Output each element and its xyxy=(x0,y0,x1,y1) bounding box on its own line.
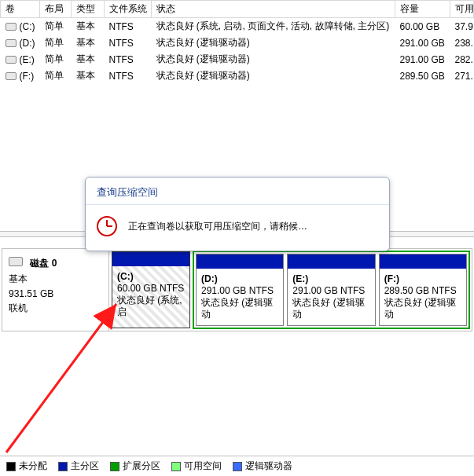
col-volume[interactable]: 卷 xyxy=(1,1,40,18)
legend-extended: 扩展分区 xyxy=(110,460,160,473)
table-row[interactable]: (D:)简单基本NTFS状态良好 (逻辑驱动器)291.00 GB238. xyxy=(1,35,474,51)
disk-type: 基本 xyxy=(9,273,101,286)
volume-layout: 简单 xyxy=(40,68,72,84)
volume-layout: 简单 xyxy=(40,35,72,51)
col-free[interactable]: 可用 xyxy=(450,1,474,18)
legend-logical: 逻辑驱动器 xyxy=(233,460,292,473)
volume-free: 37.9 xyxy=(450,18,474,35)
partition-status: 状态良好 (逻辑驱动 xyxy=(201,297,273,320)
dialog-title: 查询压缩空间 xyxy=(86,178,389,205)
table-row[interactable]: (C:)简单基本NTFS状态良好 (系统, 启动, 页面文件, 活动, 故障转储… xyxy=(1,18,474,35)
partition-label: (D:) xyxy=(201,273,218,284)
partition-label: (F:) xyxy=(384,273,399,284)
volume-type: 基本 xyxy=(72,51,105,68)
volume-icon xyxy=(6,72,17,80)
volume-fs: NTFS xyxy=(105,18,152,35)
disk-state: 联机 xyxy=(9,302,101,315)
table-row[interactable]: (F:)简单基本NTFS状态良好 (逻辑驱动器)289.50 GB271. xyxy=(1,68,474,84)
volume-capacity: 60.00 GB xyxy=(395,18,450,35)
partition-label: (C:) xyxy=(117,271,134,282)
volume-status: 状态良好 (逻辑驱动器) xyxy=(152,68,395,84)
partition-size: 291.00 GB NTFS xyxy=(292,285,365,296)
legend-free: 可用空间 xyxy=(171,460,222,473)
clock-icon xyxy=(97,216,117,236)
partition-e[interactable]: (E:) 291.00 GB NTFS 状态良好 (逻辑驱动 xyxy=(287,254,375,326)
legend-primary: 主分区 xyxy=(58,460,99,473)
partition-status: 状态良好 (逻辑驱动 xyxy=(292,297,364,320)
volume-capacity: 291.00 GB xyxy=(395,35,450,51)
partition-status: 状态良好 (系统, 启 xyxy=(117,295,182,317)
disk-name: 磁盘 0 xyxy=(30,258,57,269)
volume-drive: (D:) xyxy=(20,38,35,49)
dialog-message: 正在查询卷以获取可用压缩空间，请稍候… xyxy=(128,220,307,233)
volume-layout: 简单 xyxy=(40,51,72,68)
volume-type: 基本 xyxy=(72,18,105,35)
volume-list[interactable]: 卷 布局 类型 文件系统 状态 容量 可用 (C:)简单基本NTFS状态良好 (… xyxy=(0,0,474,84)
volume-free: 238. xyxy=(450,35,474,51)
table-row[interactable]: (E:)简单基本NTFS状态良好 (逻辑驱动器)291.00 GB282. xyxy=(1,51,474,68)
volume-icon xyxy=(6,39,17,47)
legend-unallocated: 未分配 xyxy=(6,460,47,473)
disk-info[interactable]: 磁盘 0 基本 931.51 GB 联机 xyxy=(2,249,109,331)
volume-icon xyxy=(6,23,17,31)
partition-label: (E:) xyxy=(292,273,308,284)
volume-fs: NTFS xyxy=(105,51,152,68)
extended-partition: (D:) 291.00 GB NTFS 状态良好 (逻辑驱动 (E:) 291.… xyxy=(193,251,470,329)
volume-type: 基本 xyxy=(72,35,105,51)
partition-header xyxy=(288,254,374,269)
volume-drive: (F:) xyxy=(20,71,35,82)
volume-list-header-row: 卷 布局 类型 文件系统 状态 容量 可用 xyxy=(1,1,474,18)
col-layout[interactable]: 布局 xyxy=(40,1,72,18)
volume-fs: NTFS xyxy=(105,35,152,51)
legend: 未分配 主分区 扩展分区 可用空间 逻辑驱动器 xyxy=(0,456,474,476)
volume-capacity: 289.50 GB xyxy=(395,68,450,84)
partition-header xyxy=(197,254,283,269)
volume-status: 状态良好 (逻辑驱动器) xyxy=(152,51,395,68)
volume-free: 271. xyxy=(450,68,474,84)
volume-free: 282. xyxy=(450,51,474,68)
partition-size: 291.00 GB NTFS xyxy=(201,285,274,296)
partition-f[interactable]: (F:) 289.50 GB NTFS 状态良好 (逻辑驱动 xyxy=(379,254,467,326)
partition-size: 60.00 GB NTFS xyxy=(117,283,184,294)
volume-capacity: 291.00 GB xyxy=(395,51,450,68)
disk-map: 磁盘 0 基本 931.51 GB 联机 (C:) 60.00 GB NTFS … xyxy=(2,248,472,331)
volume-drive: (C:) xyxy=(20,21,35,32)
partition-header xyxy=(380,254,466,269)
partition-c[interactable]: (C:) 60.00 GB NTFS 状态良好 (系统, 启 xyxy=(112,251,190,328)
volume-layout: 简单 xyxy=(40,18,72,35)
col-status[interactable]: 状态 xyxy=(152,1,395,18)
volume-status: 状态良好 (系统, 启动, 页面文件, 活动, 故障转储, 主分区) xyxy=(152,18,395,35)
volume-type: 基本 xyxy=(72,68,105,84)
col-fs[interactable]: 文件系统 xyxy=(105,1,152,18)
volume-icon xyxy=(6,56,17,64)
partition-status: 状态良好 (逻辑驱动 xyxy=(384,297,456,320)
partition-d[interactable]: (D:) 291.00 GB NTFS 状态良好 (逻辑驱动 xyxy=(196,254,284,326)
col-capacity[interactable]: 容量 xyxy=(395,1,450,18)
shrink-query-dialog: 查询压缩空间 正在查询卷以获取可用压缩空间，请稍候… xyxy=(85,177,390,251)
volume-drive: (E:) xyxy=(20,54,35,65)
disk-size: 931.51 GB xyxy=(9,288,101,299)
col-type[interactable]: 类型 xyxy=(72,1,105,18)
partition-header xyxy=(112,252,189,266)
disk-icon xyxy=(9,257,23,266)
volume-status: 状态良好 (逻辑驱动器) xyxy=(152,35,395,51)
volume-fs: NTFS xyxy=(105,68,152,84)
partition-size: 289.50 GB NTFS xyxy=(384,285,457,296)
